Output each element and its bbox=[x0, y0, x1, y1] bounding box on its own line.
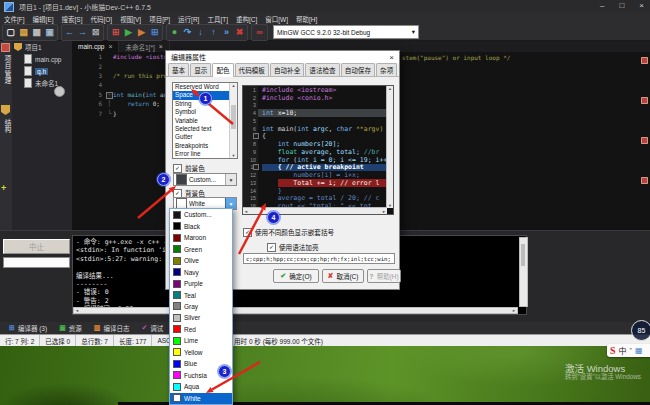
rainbow-brackets-checkbox[interactable]: ✓ bbox=[243, 228, 252, 237]
menu-item[interactable]: 窗口[W] bbox=[261, 14, 292, 24]
step-into-icon[interactable]: ↓ bbox=[194, 26, 207, 39]
dock-icon[interactable] bbox=[641, 137, 648, 144]
color-option-aqua[interactable]: Aqua bbox=[170, 381, 232, 392]
menu-item[interactable]: 文件[F] bbox=[0, 14, 29, 24]
menu-item[interactable]: 项目[P] bbox=[145, 14, 174, 24]
color-option-silver[interactable]: Silver bbox=[170, 312, 232, 323]
rebuild-icon[interactable]: ⊞ bbox=[148, 26, 161, 39]
tree-root[interactable]: 项目1 bbox=[12, 41, 72, 53]
save-icon[interactable]: ▦ bbox=[30, 26, 43, 39]
dialog-title-bar[interactable]: 编辑器属性 × bbox=[166, 51, 399, 63]
help-button[interactable]: ? 帮助(H) bbox=[367, 269, 401, 283]
redo-icon[interactable]: → bbox=[76, 26, 89, 39]
style-list-item[interactable]: Breakpoints bbox=[173, 142, 237, 150]
sogou-logo[interactable]: S bbox=[610, 346, 616, 356]
close-button[interactable]: × bbox=[639, 1, 644, 10]
tree-file-item[interactable]: q.h bbox=[12, 65, 72, 77]
color-option-olive[interactable]: Olive bbox=[170, 255, 232, 266]
preview-vertical-scrollbar[interactable]: ▲▼ bbox=[386, 86, 393, 208]
log-vertical-scrollbar[interactable] bbox=[519, 237, 528, 307]
compile-run-icon[interactable]: ▶ bbox=[135, 26, 148, 39]
ok-button[interactable]: ✔ 确定(O) bbox=[273, 269, 319, 283]
menu-item[interactable]: 代码[O] bbox=[87, 14, 117, 24]
style-list-item[interactable]: Variable bbox=[173, 117, 237, 125]
maximize-button[interactable]: □ bbox=[619, 1, 624, 10]
color-option-lime[interactable]: Lime bbox=[170, 335, 232, 346]
close-icon[interactable]: × bbox=[159, 43, 163, 50]
dialog-tab-语法检查[interactable]: 语法检查 bbox=[305, 63, 339, 76]
compiler-set-select[interactable]: MinGW GCC 9.2.0 32-bit Debug ▾ bbox=[273, 25, 419, 39]
foreground-checkbox[interactable]: ✓ bbox=[173, 164, 182, 173]
ime-toolbar[interactable]: S 中 ” ▦ bbox=[607, 344, 650, 357]
menu-item[interactable]: 编辑[E] bbox=[29, 14, 58, 24]
color-option-black[interactable]: Black bbox=[170, 220, 232, 231]
syntax-highlight-checkbox[interactable]: ✓ bbox=[267, 243, 276, 252]
chevron-down-icon[interactable]: ▼ bbox=[225, 174, 236, 185]
watch-icon[interactable]: ∞ bbox=[253, 26, 266, 39]
color-option-purple[interactable]: Purple bbox=[170, 278, 232, 289]
close-icon[interactable]: × bbox=[108, 43, 112, 50]
ime-mode-chinese[interactable]: 中 bbox=[619, 345, 627, 356]
continue-icon[interactable]: » bbox=[220, 26, 233, 39]
debug-icon[interactable]: ● bbox=[168, 26, 181, 39]
abort-button[interactable]: 中止 bbox=[3, 239, 70, 254]
style-list-item[interactable]: Symbol bbox=[173, 108, 237, 116]
bottom-tab[interactable]: ✓调试 bbox=[135, 323, 169, 333]
save-all-icon[interactable]: ▣ bbox=[43, 26, 56, 39]
editor-tab[interactable]: main.cpp× bbox=[72, 41, 119, 52]
menu-item[interactable]: 工具[T] bbox=[203, 14, 232, 24]
editor-tab[interactable]: 未命名1[*]× bbox=[119, 41, 169, 52]
minimize-button[interactable]: – bbox=[600, 1, 604, 10]
bottom-tab[interactable]: ▣资源 bbox=[53, 323, 88, 333]
shield-icon[interactable] bbox=[1, 105, 10, 115]
style-list-item[interactable]: Selected text bbox=[173, 125, 237, 133]
floating-bubble[interactable]: 85 bbox=[631, 320, 650, 341]
extensions-input[interactable] bbox=[243, 253, 395, 264]
syntax-highlight-option[interactable]: ✓ 使用语法加亮 bbox=[267, 242, 319, 252]
bottom-tab[interactable]: ⊞编译器 (3) bbox=[3, 323, 53, 333]
color-option-maroon[interactable]: Maroon bbox=[170, 232, 232, 243]
style-list-item[interactable]: Error line bbox=[173, 150, 237, 158]
menu-item[interactable]: 视图[V] bbox=[116, 14, 145, 24]
activity-label-structure[interactable]: 结构 bbox=[2, 119, 12, 134]
log-horizontal-scrollbar[interactable]: ◄► bbox=[73, 307, 518, 314]
close-file-icon[interactable]: ⊠ bbox=[89, 26, 102, 39]
preview-horizontal-scrollbar[interactable]: ◄► bbox=[243, 207, 387, 214]
color-option-yellow[interactable]: Yellow bbox=[170, 347, 232, 358]
style-list-item[interactable]: Reserved Word bbox=[173, 83, 237, 91]
dock-icon[interactable] bbox=[641, 57, 648, 64]
project-manager-icon[interactable] bbox=[1, 43, 10, 52]
dialog-tab-自动保存[interactable]: 自动保存 bbox=[341, 63, 375, 76]
dialog-tab-基本[interactable]: 基本 bbox=[168, 63, 189, 76]
open-icon[interactable]: ▤ bbox=[17, 26, 30, 39]
plus-icon[interactable]: + bbox=[1, 183, 6, 193]
menu-item[interactable]: 运行[R] bbox=[174, 14, 203, 24]
step-over-icon[interactable]: ↷ bbox=[181, 26, 194, 39]
fold-collapse-icon[interactable]: − bbox=[106, 92, 113, 99]
dock-icon[interactable] bbox=[641, 177, 648, 184]
undo-icon[interactable]: ← bbox=[63, 26, 76, 39]
color-option-navy[interactable]: Navy bbox=[170, 266, 232, 277]
dialog-tab-自动补全[interactable]: 自动补全 bbox=[270, 63, 304, 76]
color-option-red[interactable]: Red bbox=[170, 324, 232, 335]
menu-item[interactable]: 搜索[S] bbox=[58, 14, 87, 24]
dialog-tab-代码模板[interactable]: 代码模板 bbox=[235, 63, 269, 76]
run-icon[interactable]: ▶ bbox=[122, 26, 135, 39]
bottom-tab[interactable]: ▥编译日志 bbox=[88, 323, 136, 333]
step-out-icon[interactable]: ↑ bbox=[207, 26, 220, 39]
new-file-icon[interactable]: ▢ bbox=[4, 26, 17, 39]
dialog-tab-杂项[interactable]: 杂项 bbox=[376, 63, 397, 76]
cancel-button[interactable]: ✘ 取消(C) bbox=[322, 269, 364, 283]
dialog-tab-显示[interactable]: 显示 bbox=[190, 63, 211, 76]
dock-icon[interactable] bbox=[641, 97, 648, 104]
compile-icon[interactable]: ⊞ bbox=[109, 26, 122, 39]
stop-icon[interactable]: ✖ bbox=[233, 26, 246, 39]
tree-file-item[interactable]: main.cpp bbox=[12, 53, 72, 65]
color-option-custom[interactable]: Custom... bbox=[170, 209, 232, 220]
foreground-checkbox-row[interactable]: ✓ 前景色 bbox=[173, 163, 205, 173]
dialog-tab-配色[interactable]: 配色 bbox=[212, 63, 233, 77]
style-list-item[interactable]: Gutter bbox=[173, 133, 237, 141]
rainbow-brackets-option[interactable]: ✓ 使用不同颜色显示嵌套括号 bbox=[243, 227, 334, 237]
foreground-color-select[interactable]: Custom... ▼ bbox=[173, 173, 237, 186]
color-option-white[interactable]: White bbox=[170, 393, 232, 404]
